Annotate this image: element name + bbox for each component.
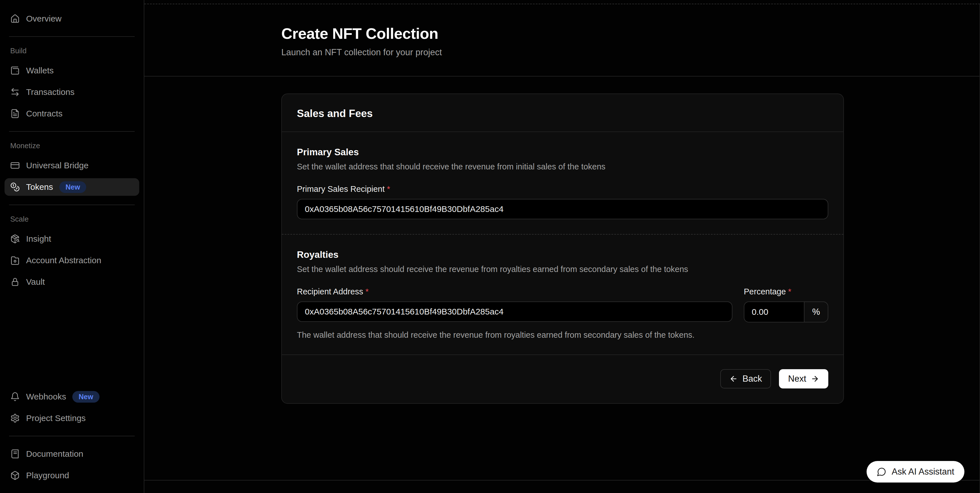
sidebar-item-universal-bridge[interactable]: Universal Bridge [5, 157, 139, 174]
sidebar-item-webhooks[interactable]: Webhooks New [5, 388, 139, 406]
sidebar-section-build: Build [5, 44, 139, 60]
file-text-icon [10, 109, 20, 119]
sidebar-item-label: Overview [26, 14, 62, 23]
required-asterisk: * [788, 287, 791, 296]
sidebar-item-transactions[interactable]: Transactions [5, 83, 139, 101]
new-badge: New [72, 391, 99, 403]
sidebar-item-label: Contracts [26, 109, 62, 118]
sales-and-fees-card: Sales and Fees Primary Sales Set the wal… [281, 94, 844, 404]
percent-suffix: % [804, 302, 828, 322]
sidebar-item-overview[interactable]: Overview [5, 10, 139, 27]
card-header: Sales and Fees [282, 94, 843, 132]
sidebar-item-label: Wallets [26, 66, 54, 75]
sidebar-divider [9, 36, 135, 37]
royalties-fields-row: Recipient Address* Percentage* % [297, 274, 828, 322]
sidebar-item-tokens[interactable]: Tokens New [5, 178, 139, 196]
back-button[interactable]: Back [720, 369, 771, 388]
percentage-input[interactable] [745, 302, 804, 322]
sidebar-item-label: Project Settings [26, 414, 86, 422]
sidebar-item-account-abstraction[interactable]: Account Abstraction [5, 252, 139, 269]
royalties-description: Set the wallet address should receive th… [297, 265, 828, 274]
main-content: Create NFT Collection Launch an NFT coll… [144, 4, 980, 493]
arrow-right-icon [811, 374, 819, 383]
royalties-section: Royalties Set the wallet address should … [282, 235, 843, 354]
next-button[interactable]: Next [779, 369, 828, 388]
royalty-percentage-field: Percentage* % [744, 274, 828, 322]
sidebar-item-label: Insight [26, 235, 51, 243]
sidebar-item-label: Webhooks [26, 392, 66, 401]
arrow-left-icon [729, 374, 738, 383]
primary-sales-recipient-label: Primary Sales Recipient* [297, 184, 828, 194]
ask-ai-assistant-label: Ask AI Assistant [891, 467, 954, 477]
smart-wallet-icon [10, 255, 20, 265]
page-title: Create NFT Collection [281, 25, 980, 42]
sidebar-item-contracts[interactable]: Contracts [5, 105, 139, 122]
lock-icon [10, 277, 20, 287]
required-asterisk: * [366, 287, 369, 296]
sidebar-item-label: Account Abstraction [26, 256, 101, 265]
card-footer: Back Next [282, 354, 843, 403]
card-title: Sales and Fees [297, 108, 828, 120]
sidebar-item-playground[interactable]: Playground [5, 467, 139, 484]
page-header: Create NFT Collection Launch an NFT coll… [144, 4, 980, 76]
royalty-recipient-field: Recipient Address* [297, 274, 732, 322]
sidebar-item-documentation[interactable]: Documentation [5, 445, 139, 463]
next-button-label: Next [788, 374, 806, 384]
label-text: Primary Sales Recipient [297, 184, 385, 193]
primary-sales-heading: Primary Sales [297, 147, 828, 157]
chat-bubble-icon [877, 467, 886, 477]
content-bottom-divider [144, 480, 980, 480]
royalty-recipient-input[interactable] [297, 301, 732, 322]
sidebar-section-scale: Scale [5, 212, 139, 228]
sidebar-item-label: Universal Bridge [26, 161, 89, 170]
credit-card-icon [10, 161, 20, 170]
primary-sales-description: Set the wallet address that should recei… [297, 162, 828, 171]
sidebar-item-wallets[interactable]: Wallets [5, 62, 139, 79]
percentage-input-group: % [744, 301, 828, 322]
sidebar-item-label: Vault [26, 277, 45, 286]
sidebar-item-label: Tokens [26, 183, 53, 191]
label-text: Recipient Address [297, 287, 363, 296]
sidebar-item-insight[interactable]: Insight [5, 230, 139, 247]
label-text: Percentage [744, 287, 786, 296]
sidebar-item-label: Transactions [26, 88, 75, 96]
coins-icon [10, 182, 20, 192]
sidebar-item-project-settings[interactable]: Project Settings [5, 409, 139, 427]
page-subtitle: Launch an NFT collection for your projec… [281, 47, 980, 57]
sidebar-item-vault[interactable]: Vault [5, 273, 139, 291]
bell-icon [10, 392, 20, 401]
sidebar: Overview Build Wallets Transactions Cont… [0, 0, 144, 493]
sidebar-divider [9, 436, 135, 436]
primary-sales-section: Primary Sales Set the wallet address tha… [282, 132, 843, 234]
back-button-label: Back [742, 374, 762, 384]
sidebar-spacer [5, 293, 139, 386]
sidebar-item-label: Documentation [26, 450, 83, 458]
cube-icon [10, 471, 20, 480]
ask-ai-assistant-button[interactable]: Ask AI Assistant [867, 461, 964, 482]
sidebar-divider [9, 131, 135, 132]
new-badge: New [59, 181, 86, 193]
recipient-address-label: Recipient Address* [297, 287, 732, 296]
percentage-label: Percentage* [744, 287, 828, 296]
sidebar-item-label: Playground [26, 471, 69, 480]
sidebar-divider [9, 204, 135, 205]
primary-sales-recipient-input[interactable] [297, 199, 828, 219]
royalty-helper-text: The wallet address that should receive t… [297, 330, 828, 340]
arrows-left-right-icon [10, 87, 20, 97]
home-icon [10, 14, 20, 24]
content-area: Sales and Fees Primary Sales Set the wal… [144, 76, 980, 404]
wallet-icon [10, 66, 20, 75]
required-asterisk: * [387, 184, 390, 193]
sidebar-section-monetize: Monetize [5, 139, 139, 155]
gear-icon [10, 414, 20, 423]
book-icon [10, 449, 20, 459]
package-search-icon [10, 234, 20, 244]
royalties-heading: Royalties [297, 249, 828, 260]
